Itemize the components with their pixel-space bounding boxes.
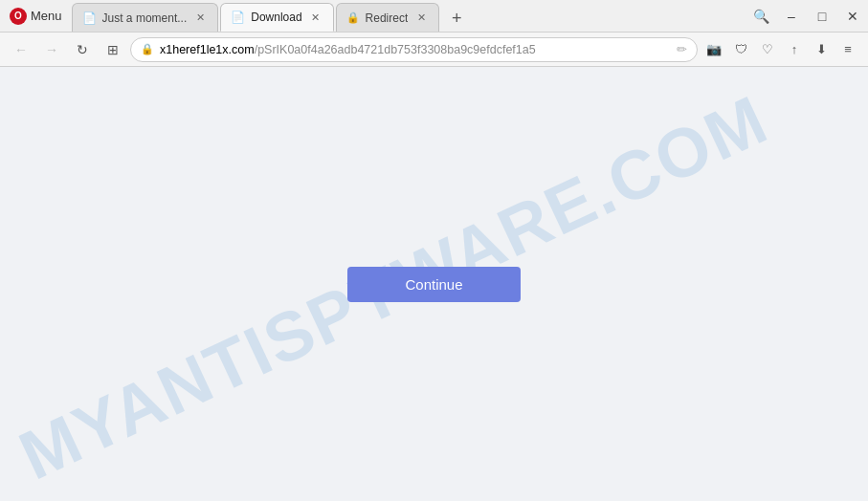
reload-button[interactable]: ↻ (69, 36, 96, 63)
addressbar-right-icons: 📷 🛡 ♡ ↑ ⬇ ≡ (701, 37, 860, 62)
tab-moment-close[interactable]: ✕ (192, 11, 208, 26)
edit-url-icon: ✏ (677, 42, 687, 56)
tab-redirect[interactable]: 🔒 Redirect ✕ (336, 3, 440, 32)
addressbar: ← → ↻ ⊞ 🔒 x1heref1le1x.com/pSrIK0a0f4a26… (0, 33, 868, 67)
heart-icon[interactable]: ♡ (755, 37, 780, 62)
page-content: MYANTISPYWARE.COM Continue (0, 67, 868, 501)
url-path: /pSrIK0a0f4a26adb4721db753f3308ba9c9efdc… (255, 43, 536, 56)
tab-moment-label: Just a moment... (102, 11, 188, 25)
tabs-overview-button[interactable]: ⊞ (100, 36, 126, 63)
tab-redirect-close[interactable]: ✕ (413, 11, 429, 26)
continue-button[interactable]: Continue (347, 267, 520, 302)
maximize-button[interactable]: □ (807, 1, 837, 32)
tab-download[interactable]: 📄 Download ✕ (220, 3, 333, 32)
url-display: x1heref1le1x.com/pSrIK0a0f4a26adb4721db7… (160, 43, 671, 56)
titlebar: O Menu 📄 Just a moment... ✕ 📄 Download ✕… (0, 0, 868, 33)
tabs-container: 📄 Just a moment... ✕ 📄 Download ✕ 🔒 Redi… (72, 0, 746, 32)
secure-icon: 🔒 (141, 43, 154, 55)
tab-moment[interactable]: 📄 Just a moment... ✕ (72, 3, 219, 32)
new-tab-button[interactable]: + (443, 5, 470, 32)
camera-icon[interactable]: 📷 (701, 37, 726, 62)
tab-download-label: Download (251, 11, 301, 24)
opera-logo-icon: O (10, 8, 27, 25)
titlebar-actions: 🔍 – □ ✕ (746, 0, 868, 32)
url-base: x1heref1le1x.com (160, 43, 255, 56)
share-icon[interactable]: ↑ (782, 37, 807, 62)
tab-moment-icon: 📄 (82, 11, 97, 25)
tab-download-close[interactable]: ✕ (308, 10, 323, 25)
tab-redirect-label: Redirect (366, 11, 409, 25)
opera-menu-button[interactable]: O Menu (0, 0, 72, 32)
forward-button[interactable]: → (38, 36, 65, 63)
menu-label: Menu (31, 9, 62, 23)
tab-redirect-icon: 🔒 (346, 11, 360, 24)
minimize-button[interactable]: – (776, 1, 807, 32)
close-button[interactable]: ✕ (837, 1, 868, 32)
back-button[interactable]: ← (8, 36, 34, 63)
download-icon[interactable]: ⬇ (809, 37, 834, 62)
browser-menu-icon[interactable]: ≡ (835, 37, 860, 62)
search-button[interactable]: 🔍 (746, 1, 776, 32)
tab-download-icon: 📄 (231, 11, 245, 24)
shield-icon[interactable]: 🛡 (728, 37, 753, 62)
address-bar-input[interactable]: 🔒 x1heref1le1x.com/pSrIK0a0f4a26adb4721d… (130, 37, 698, 62)
